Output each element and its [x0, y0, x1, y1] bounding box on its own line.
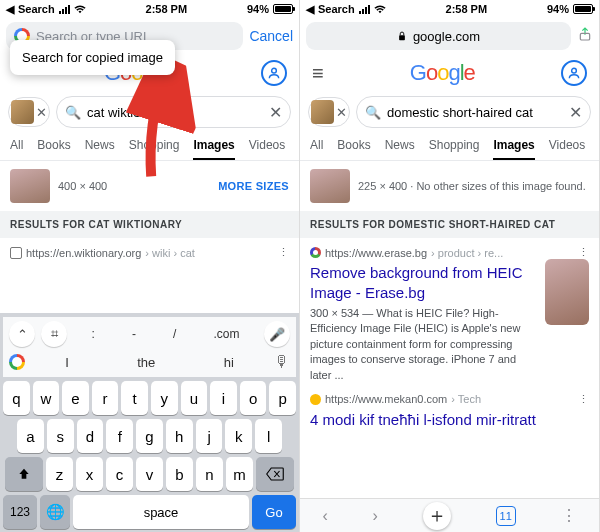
- new-tab-button[interactable]: ＋: [423, 502, 451, 530]
- overflow-icon[interactable]: ⋮: [561, 506, 577, 525]
- tab-news[interactable]: News: [385, 138, 415, 160]
- svg-point-0: [272, 68, 277, 73]
- kb-suggestion[interactable]: /: [167, 323, 182, 345]
- mekan0-favicon: [310, 394, 321, 405]
- kb-key-e[interactable]: e: [62, 381, 89, 415]
- kb-key-f[interactable]: f: [106, 419, 133, 453]
- google-header: ≡ Google: [300, 54, 599, 92]
- tab-videos[interactable]: Videos: [549, 138, 585, 160]
- wifi-icon: [74, 5, 86, 14]
- svg-rect-1: [399, 35, 405, 40]
- kb-key-n[interactable]: n: [196, 457, 223, 491]
- chip-thumb: [311, 100, 334, 124]
- kb-delete-key[interactable]: [256, 457, 294, 491]
- battery-icon: [573, 4, 593, 14]
- tab-videos[interactable]: Videos: [249, 138, 285, 160]
- cancel-button[interactable]: Cancel: [249, 28, 293, 44]
- kb-key-p[interactable]: p: [269, 381, 296, 415]
- kb-key-y[interactable]: y: [151, 381, 178, 415]
- kb-key-g[interactable]: g: [136, 419, 163, 453]
- kb-go-key[interactable]: Go: [252, 495, 296, 529]
- result-item[interactable]: https://www.mekan0.com› Tech ⋮ 4 modi ki…: [300, 391, 599, 438]
- kb-key-s[interactable]: s: [47, 419, 74, 453]
- size-thumb[interactable]: [310, 169, 350, 203]
- result-item[interactable]: https://en.wiktionary.org› wiki › cat ⋮: [0, 238, 299, 267]
- result-thumb[interactable]: [545, 259, 589, 325]
- tab-images[interactable]: Images: [493, 138, 534, 160]
- chip-thumb: [11, 100, 34, 124]
- clear-icon[interactable]: ✕: [269, 103, 282, 122]
- kb-suggestion[interactable]: :: [86, 323, 101, 345]
- kb-123-key[interactable]: 123: [3, 495, 37, 529]
- search-icon: 🔍: [65, 105, 81, 120]
- more-sizes-link[interactable]: MORE SIZES: [218, 180, 289, 192]
- kb-key-h[interactable]: h: [166, 419, 193, 453]
- kb-key-l[interactable]: l: [255, 419, 282, 453]
- tab-count-button[interactable]: 11: [496, 506, 516, 526]
- image-search-chip[interactable]: ✕: [8, 97, 50, 127]
- result-title[interactable]: 4 modi kif tneħħi l-isfond mir-ritratt: [310, 410, 589, 430]
- search-input[interactable]: 🔍 domestic short-haired cat ✕: [356, 96, 591, 128]
- kb-key-a[interactable]: a: [17, 419, 44, 453]
- menu-icon[interactable]: ≡: [312, 62, 324, 85]
- result-item[interactable]: https://www.erase.bg› product › re... ⋮ …: [300, 238, 599, 391]
- kb-chevron-icon[interactable]: ⌃: [9, 321, 35, 347]
- account-avatar[interactable]: [561, 60, 587, 86]
- kb-key-d[interactable]: d: [77, 419, 104, 453]
- share-icon[interactable]: [577, 26, 593, 46]
- chip-remove-icon[interactable]: ✕: [336, 105, 347, 120]
- kb-scan-icon[interactable]: ⌗: [41, 321, 67, 347]
- kb-globe-key[interactable]: 🌐: [40, 495, 70, 529]
- kb-suggestion[interactable]: the: [137, 355, 155, 370]
- kb-key-u[interactable]: u: [181, 381, 208, 415]
- left-pane: ◀Search 2:58 PM 94% Search or type URL C…: [0, 0, 300, 532]
- tab-shopping[interactable]: Shopping: [429, 138, 480, 160]
- result-title[interactable]: Remove background from HEIC Image - Eras…: [310, 263, 537, 302]
- kb-key-r[interactable]: r: [92, 381, 119, 415]
- kb-key-t[interactable]: t: [121, 381, 148, 415]
- result-overflow-icon[interactable]: ⋮: [578, 246, 589, 259]
- tab-all[interactable]: All: [10, 138, 23, 160]
- account-avatar[interactable]: [261, 60, 287, 86]
- kb-space-key[interactable]: space: [73, 495, 249, 529]
- kb-key-q[interactable]: q: [3, 381, 30, 415]
- kb-suggestion[interactable]: hi: [224, 355, 234, 370]
- kb-mic2-icon[interactable]: 🎙: [274, 353, 290, 371]
- omnibox[interactable]: google.com: [306, 22, 571, 50]
- bottom-nav: ‹ › ＋ 11 ⋮: [300, 498, 599, 532]
- clear-icon[interactable]: ✕: [569, 103, 582, 122]
- kb-key-k[interactable]: k: [225, 419, 252, 453]
- kb-suggestion[interactable]: -: [126, 323, 142, 345]
- kb-key-v[interactable]: v: [136, 457, 163, 491]
- kb-key-w[interactable]: w: [33, 381, 60, 415]
- search-copied-image-popover[interactable]: Search for copied image: [10, 40, 175, 75]
- kb-key-x[interactable]: x: [76, 457, 103, 491]
- kb-suggestion[interactable]: I: [65, 355, 69, 370]
- kb-key-b[interactable]: b: [166, 457, 193, 491]
- kb-key-m[interactable]: m: [226, 457, 253, 491]
- tab-books[interactable]: Books: [337, 138, 370, 160]
- chip-remove-icon[interactable]: ✕: [36, 105, 47, 120]
- kb-key-z[interactable]: z: [46, 457, 73, 491]
- kb-shift-key[interactable]: [5, 457, 43, 491]
- wiktionary-favicon: [10, 247, 22, 259]
- kb-key-o[interactable]: o: [240, 381, 267, 415]
- back-icon[interactable]: ‹: [322, 507, 327, 525]
- tab-images[interactable]: Images: [193, 138, 234, 160]
- google-g-icon[interactable]: [9, 354, 25, 370]
- image-search-chip[interactable]: ✕: [308, 97, 350, 127]
- result-snippet: 300 × 534 — What is HEIC File? High-Effi…: [310, 306, 537, 383]
- tab-all[interactable]: All: [310, 138, 323, 160]
- kb-suggestion[interactable]: .com: [207, 323, 245, 345]
- image-size-strip: 225 × 400 · No other sizes of this image…: [300, 161, 599, 211]
- wifi-icon: [374, 5, 386, 14]
- kb-mic-icon[interactable]: 🎤: [264, 321, 290, 347]
- result-overflow-icon[interactable]: ⋮: [278, 246, 289, 259]
- kb-key-i[interactable]: i: [210, 381, 237, 415]
- kb-key-c[interactable]: c: [106, 457, 133, 491]
- size-thumb[interactable]: [10, 169, 50, 203]
- search-chips: ✕ 🔍 domestic short-haired cat ✕: [300, 92, 599, 132]
- kb-key-j[interactable]: j: [196, 419, 223, 453]
- result-overflow-icon[interactable]: ⋮: [578, 393, 589, 406]
- tab-books[interactable]: Books: [37, 138, 70, 160]
